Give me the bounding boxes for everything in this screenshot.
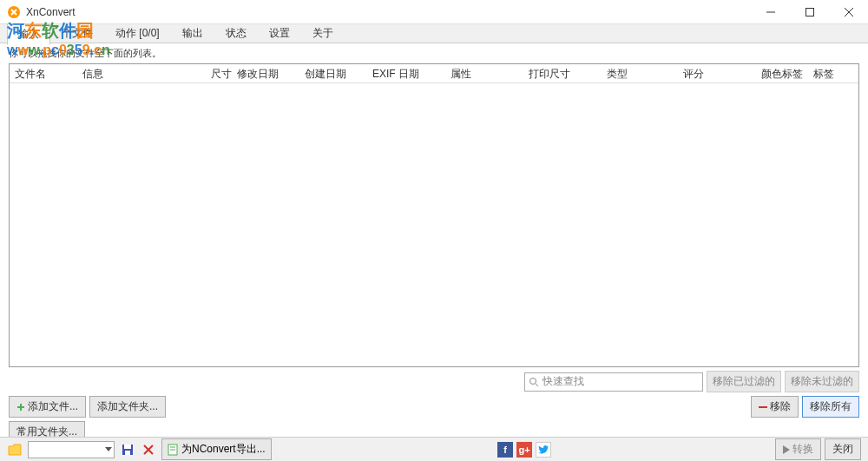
- app-icon: [7, 5, 21, 19]
- column-color-label[interactable]: 颜色标签: [756, 64, 808, 82]
- svg-rect-11: [124, 445, 131, 449]
- close-button[interactable]: [829, 0, 868, 23]
- remove-button[interactable]: 移除: [751, 396, 799, 418]
- preset-dropdown[interactable]: [28, 441, 115, 458]
- remove-unfiltered-button[interactable]: 移除未过滤的: [785, 371, 859, 392]
- column-info[interactable]: 信息: [77, 64, 206, 82]
- tab-files[interactable]: 个文件: [50, 23, 104, 44]
- facebook-icon[interactable]: f: [497, 442, 513, 458]
- column-rating[interactable]: 评分: [678, 64, 756, 82]
- save-icon[interactable]: [120, 442, 135, 458]
- file-list-body[interactable]: [10, 83, 858, 366]
- file-list-panel: 文件名 信息 尺寸 修改日期 创建日期 EXIF 日期 属性 打印尺寸 类型 评…: [9, 63, 859, 367]
- add-files-button[interactable]: 添加文件...: [9, 396, 86, 418]
- svg-rect-9: [759, 406, 767, 408]
- column-exif-date[interactable]: EXIF 日期: [367, 64, 445, 82]
- search-icon: [529, 377, 539, 387]
- tab-about[interactable]: 关于: [301, 23, 345, 44]
- remove-filtered-button[interactable]: 移除已过滤的: [707, 371, 781, 392]
- add-folder-button[interactable]: 添加文件夹...: [89, 396, 166, 418]
- tab-status[interactable]: 状态: [214, 23, 258, 44]
- tab-settings[interactable]: 设置: [258, 23, 301, 44]
- plus-icon: [16, 403, 25, 412]
- search-input[interactable]: 快速查找: [524, 372, 703, 392]
- svg-rect-2: [806, 8, 813, 16]
- delete-icon[interactable]: [141, 442, 156, 458]
- twitter-icon[interactable]: [536, 442, 551, 458]
- action-row-1: 添加文件... 添加文件夹... 移除 移除所有: [0, 394, 868, 419]
- drag-hint: 你可以拖拽你的文件至下面的列表。: [0, 43, 868, 63]
- column-size[interactable]: 尺寸: [206, 64, 232, 82]
- bottom-bar: 为NConvert导出... f g+ 转换 关闭: [0, 437, 868, 461]
- export-nconvert-button[interactable]: 为NConvert导出...: [161, 438, 272, 460]
- play-icon: [783, 445, 790, 454]
- remove-all-button[interactable]: 移除所有: [802, 396, 859, 418]
- tab-output[interactable]: 输出: [171, 23, 214, 44]
- folder-icon[interactable]: [7, 442, 23, 458]
- column-modified[interactable]: 修改日期: [232, 64, 299, 82]
- column-attributes[interactable]: 属性: [445, 64, 523, 82]
- titlebar: XnConvert: [0, 0, 868, 24]
- tab-actions[interactable]: 动作 [0/0]: [104, 23, 171, 44]
- maximize-button[interactable]: [790, 0, 829, 23]
- window-controls: [751, 0, 868, 23]
- tab-bar: 输入 个文件 动作 [0/0] 输出 状态 设置 关于: [0, 24, 868, 43]
- search-placeholder: 快速查找: [542, 374, 584, 389]
- svg-line-6: [536, 384, 538, 386]
- minimize-button[interactable]: [751, 0, 790, 23]
- convert-button[interactable]: 转换: [775, 438, 821, 460]
- filter-row: 快速查找 移除已过滤的 移除未过滤的: [0, 367, 868, 394]
- script-icon: [168, 444, 178, 456]
- column-created[interactable]: 创建日期: [299, 64, 367, 82]
- close-app-button[interactable]: 关闭: [825, 438, 861, 460]
- column-filename[interactable]: 文件名: [10, 64, 77, 82]
- table-header: 文件名 信息 尺寸 修改日期 创建日期 EXIF 日期 属性 打印尺寸 类型 评…: [10, 64, 858, 83]
- column-print-size[interactable]: 打印尺寸: [523, 64, 602, 82]
- googleplus-icon[interactable]: g+: [516, 442, 532, 458]
- minus-icon: [759, 405, 767, 410]
- column-label[interactable]: 标签: [808, 64, 843, 82]
- svg-rect-12: [125, 451, 130, 455]
- chevron-down-icon: [105, 447, 112, 452]
- window-title: XnConvert: [26, 6, 751, 18]
- tab-input[interactable]: 输入: [7, 23, 50, 45]
- svg-point-5: [530, 378, 536, 384]
- column-type[interactable]: 类型: [602, 64, 678, 82]
